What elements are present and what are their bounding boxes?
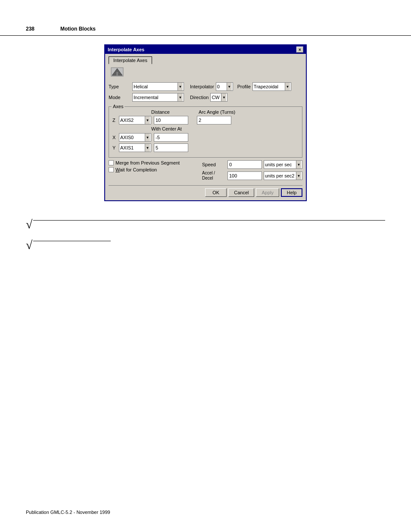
tab-interpolate-axes[interactable]: Interpolate Axes (109, 56, 152, 64)
help-button[interactable]: Help (281, 188, 302, 197)
main-controls: Type Helical ▼ Interpolator 0 ▼ Profile (109, 82, 302, 104)
z-arc-input[interactable] (197, 116, 231, 124)
svg-rect-2 (116, 72, 118, 75)
tab-strip: Interpolate Axes (109, 56, 302, 64)
sqrt-line-1: √ (26, 218, 385, 230)
x-axis-select[interactable]: AXIS0 ▼ (119, 133, 151, 142)
x-axis-value: AXIS0 (120, 135, 134, 140)
accel-unit-select[interactable]: units per sec2 ▼ (264, 171, 302, 180)
mode-row: Mode Incremental ▼ Direction CW ▼ (109, 93, 302, 102)
x-distance-input[interactable] (154, 133, 188, 142)
z-axis-value: AXIS2 (120, 118, 134, 123)
interpolator-value: 0 (217, 84, 220, 89)
direction-select[interactable]: CW ▼ (210, 93, 227, 102)
type-value: Helical (134, 84, 148, 89)
sqrt-section-2: √ (26, 239, 385, 251)
with-center-label: With Center At (151, 126, 182, 131)
speed-label: Speed (202, 162, 226, 167)
sqrt-overline-short (33, 241, 111, 249)
left-controls: Type Helical ▼ Interpolator 0 ▼ Profile (109, 82, 302, 104)
axes-group-title: Axes (112, 104, 125, 109)
motion-icon (110, 66, 124, 78)
sqrt-section-1: √ (26, 218, 385, 230)
mode-label: Mode (109, 95, 132, 100)
sqrt-symbol-2: √ (26, 239, 32, 251)
profile-label: Profile (237, 84, 251, 89)
distance-col-header: Distance (151, 109, 190, 115)
speed-unit-dropdown-arrow[interactable]: ▼ (296, 161, 301, 168)
mode-dropdown-arrow[interactable]: ▼ (177, 93, 183, 101)
z-axis-dropdown-arrow[interactable]: ▼ (145, 116, 150, 124)
page-number: 238 (26, 26, 34, 32)
merge-checkbox[interactable] (109, 160, 114, 165)
speed-unit-select[interactable]: units per sec ▼ (264, 160, 302, 169)
merge-label: Merge from Previous Segment (115, 160, 180, 165)
speed-accel-section: Speed units per sec ▼ Accel /Decel units… (202, 160, 302, 181)
page-footer: Publication GMLC-5.2 - November 1999 (26, 510, 110, 515)
arc-angle-col-header: Arc Angle (Turns) (199, 109, 235, 115)
y-axis-row: Y AXIS1 ▼ (112, 143, 299, 152)
page-title: Motion Blocks (60, 26, 96, 32)
speed-unit-value: units per sec (265, 162, 292, 167)
profile-dropdown-arrow[interactable]: ▼ (285, 83, 290, 90)
sqrt-line-2: √ (26, 239, 385, 251)
direction-label: Direction (190, 95, 209, 100)
profile-select[interactable]: Trapezoidal ▼ (252, 82, 291, 91)
speed-input[interactable] (227, 160, 262, 169)
close-button[interactable]: × (296, 47, 303, 53)
with-center-row: With Center At (112, 126, 299, 131)
cancel-button[interactable]: Cancel (228, 188, 254, 197)
dialog-wrapper: Interpolate Axes × Interpolate Axes (0, 44, 411, 201)
speed-row: Speed units per sec ▼ (202, 160, 302, 169)
interpolator-dropdown-arrow[interactable]: ▼ (227, 83, 232, 90)
dialog-buttons: OK Cancel Apply Help (109, 185, 302, 197)
sqrt-symbol-1: √ (26, 218, 32, 230)
footer-text: Publication GMLC-5.2 - November 1999 (26, 510, 110, 515)
x-label: X (112, 135, 119, 140)
dialog-titlebar: Interpolate Axes × (105, 45, 306, 54)
interpolate-axes-dialog: Interpolate Axes × Interpolate Axes (104, 44, 307, 201)
checkbox-section: Merge from Previous Segment Wait for Com… (109, 160, 193, 181)
y-distance-input[interactable] (154, 143, 188, 152)
z-label: Z (112, 118, 119, 123)
interpolator-select[interactable]: 0 ▼ (216, 82, 233, 91)
interpolator-label: Interpolator (190, 84, 214, 89)
direction-value: CW (212, 95, 219, 100)
type-label: Type (109, 84, 132, 89)
z-axis-select[interactable]: AXIS2 ▼ (119, 116, 151, 124)
accel-row: Accel /Decel units per sec2 ▼ (202, 171, 302, 181)
y-axis-value: AXIS1 (120, 145, 134, 150)
direction-dropdown-arrow[interactable]: ▼ (221, 93, 226, 101)
bottom-section: Merge from Previous Segment Wait for Com… (109, 160, 302, 181)
y-axis-dropdown-arrow[interactable]: ▼ (145, 144, 150, 152)
z-distance-input[interactable] (154, 116, 188, 124)
axes-group: Axes Distance Arc Angle (Turns) Z AXIS2 … (109, 106, 302, 158)
merge-checkbox-row: Merge from Previous Segment (109, 160, 193, 165)
mode-select[interactable]: Incremental ▼ (132, 93, 184, 102)
wait-label: Wait for Completion (115, 167, 157, 172)
wait-checkbox[interactable] (109, 167, 114, 172)
y-axis-select[interactable]: AXIS1 ▼ (119, 143, 151, 152)
content-area: √ √ (0, 201, 411, 268)
z-axis-row: Z AXIS2 ▼ (112, 116, 299, 124)
accel-label: Accel /Decel (202, 171, 226, 181)
x-axis-dropdown-arrow[interactable]: ▼ (145, 134, 150, 141)
accel-unit-dropdown-arrow[interactable]: ▼ (296, 172, 301, 180)
y-label: Y (112, 145, 119, 150)
sqrt-overline-long (33, 220, 385, 229)
accel-unit-value: units per sec2 (265, 173, 294, 178)
mode-value: Incremental (134, 95, 158, 100)
profile-value: Trapezoidal (254, 84, 278, 89)
type-dropdown-arrow[interactable]: ▼ (177, 83, 183, 90)
accel-input[interactable] (227, 171, 262, 180)
type-select[interactable]: Helical ▼ (132, 82, 184, 91)
ok-button[interactable]: OK (205, 188, 227, 197)
x-axis-row: X AXIS0 ▼ (112, 133, 299, 142)
apply-button[interactable]: Apply (256, 188, 279, 197)
type-row: Type Helical ▼ Interpolator 0 ▼ Profile (109, 82, 302, 91)
axes-columns-header: Distance Arc Angle (Turns) (112, 109, 299, 115)
dialog-title: Interpolate Axes (108, 47, 144, 52)
dialog-body: Interpolate Axes Type He (105, 54, 306, 200)
page-header: 238 Motion Blocks (0, 0, 411, 36)
wait-checkbox-row: Wait for Completion (109, 167, 193, 172)
